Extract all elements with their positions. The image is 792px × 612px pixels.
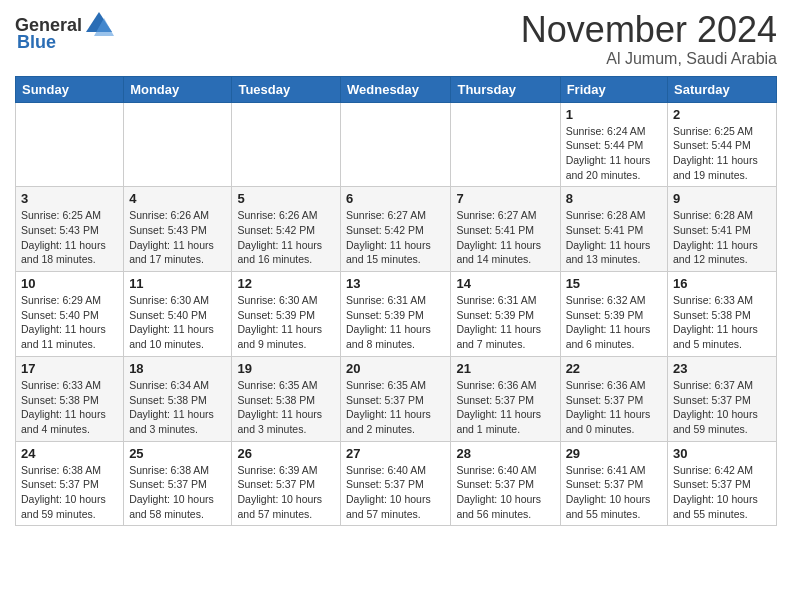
day-number: 25 <box>129 446 226 461</box>
day-number: 11 <box>129 276 226 291</box>
day-cell: 24Sunrise: 6:38 AM Sunset: 5:37 PM Dayli… <box>16 441 124 526</box>
day-cell: 18Sunrise: 6:34 AM Sunset: 5:38 PM Dayli… <box>124 356 232 441</box>
day-cell: 19Sunrise: 6:35 AM Sunset: 5:38 PM Dayli… <box>232 356 341 441</box>
day-number: 30 <box>673 446 771 461</box>
logo-icon <box>84 10 114 40</box>
day-info: Sunrise: 6:27 AM Sunset: 5:41 PM Dayligh… <box>456 208 554 267</box>
day-info: Sunrise: 6:30 AM Sunset: 5:40 PM Dayligh… <box>129 293 226 352</box>
day-number: 19 <box>237 361 335 376</box>
day-number: 28 <box>456 446 554 461</box>
day-info: Sunrise: 6:26 AM Sunset: 5:43 PM Dayligh… <box>129 208 226 267</box>
header: General Blue November 2024 Al Jumum, Sau… <box>15 10 777 68</box>
weekday-header-saturday: Saturday <box>668 76 777 102</box>
day-info: Sunrise: 6:29 AM Sunset: 5:40 PM Dayligh… <box>21 293 118 352</box>
day-info: Sunrise: 6:25 AM Sunset: 5:43 PM Dayligh… <box>21 208 118 267</box>
day-cell: 11Sunrise: 6:30 AM Sunset: 5:40 PM Dayli… <box>124 272 232 357</box>
day-info: Sunrise: 6:24 AM Sunset: 5:44 PM Dayligh… <box>566 124 662 183</box>
week-row-4: 24Sunrise: 6:38 AM Sunset: 5:37 PM Dayli… <box>16 441 777 526</box>
day-info: Sunrise: 6:26 AM Sunset: 5:42 PM Dayligh… <box>237 208 335 267</box>
title-area: November 2024 Al Jumum, Saudi Arabia <box>521 10 777 68</box>
day-info: Sunrise: 6:25 AM Sunset: 5:44 PM Dayligh… <box>673 124 771 183</box>
day-cell: 9Sunrise: 6:28 AM Sunset: 5:41 PM Daylig… <box>668 187 777 272</box>
day-cell: 5Sunrise: 6:26 AM Sunset: 5:42 PM Daylig… <box>232 187 341 272</box>
weekday-header-row: SundayMondayTuesdayWednesdayThursdayFrid… <box>16 76 777 102</box>
weekday-header-friday: Friday <box>560 76 667 102</box>
day-number: 16 <box>673 276 771 291</box>
weekday-header-wednesday: Wednesday <box>341 76 451 102</box>
day-info: Sunrise: 6:35 AM Sunset: 5:37 PM Dayligh… <box>346 378 445 437</box>
day-info: Sunrise: 6:31 AM Sunset: 5:39 PM Dayligh… <box>346 293 445 352</box>
day-info: Sunrise: 6:27 AM Sunset: 5:42 PM Dayligh… <box>346 208 445 267</box>
day-info: Sunrise: 6:28 AM Sunset: 5:41 PM Dayligh… <box>566 208 662 267</box>
calendar: SundayMondayTuesdayWednesdayThursdayFrid… <box>15 76 777 527</box>
day-cell: 7Sunrise: 6:27 AM Sunset: 5:41 PM Daylig… <box>451 187 560 272</box>
day-number: 5 <box>237 191 335 206</box>
day-number: 23 <box>673 361 771 376</box>
day-number: 8 <box>566 191 662 206</box>
weekday-header-monday: Monday <box>124 76 232 102</box>
logo-area: General Blue <box>15 10 114 53</box>
location-title: Al Jumum, Saudi Arabia <box>521 50 777 68</box>
day-info: Sunrise: 6:40 AM Sunset: 5:37 PM Dayligh… <box>346 463 445 522</box>
day-cell: 23Sunrise: 6:37 AM Sunset: 5:37 PM Dayli… <box>668 356 777 441</box>
day-number: 17 <box>21 361 118 376</box>
day-info: Sunrise: 6:37 AM Sunset: 5:37 PM Dayligh… <box>673 378 771 437</box>
day-number: 21 <box>456 361 554 376</box>
day-info: Sunrise: 6:41 AM Sunset: 5:37 PM Dayligh… <box>566 463 662 522</box>
day-cell <box>16 102 124 187</box>
day-number: 26 <box>237 446 335 461</box>
day-cell: 14Sunrise: 6:31 AM Sunset: 5:39 PM Dayli… <box>451 272 560 357</box>
day-cell: 13Sunrise: 6:31 AM Sunset: 5:39 PM Dayli… <box>341 272 451 357</box>
weekday-header-thursday: Thursday <box>451 76 560 102</box>
day-cell: 30Sunrise: 6:42 AM Sunset: 5:37 PM Dayli… <box>668 441 777 526</box>
day-number: 14 <box>456 276 554 291</box>
day-number: 29 <box>566 446 662 461</box>
week-row-0: 1Sunrise: 6:24 AM Sunset: 5:44 PM Daylig… <box>16 102 777 187</box>
day-number: 15 <box>566 276 662 291</box>
day-cell: 6Sunrise: 6:27 AM Sunset: 5:42 PM Daylig… <box>341 187 451 272</box>
day-number: 13 <box>346 276 445 291</box>
day-info: Sunrise: 6:30 AM Sunset: 5:39 PM Dayligh… <box>237 293 335 352</box>
day-cell <box>124 102 232 187</box>
day-cell <box>341 102 451 187</box>
day-number: 2 <box>673 107 771 122</box>
day-number: 27 <box>346 446 445 461</box>
page: General Blue November 2024 Al Jumum, Sau… <box>0 0 792 541</box>
weekday-header-tuesday: Tuesday <box>232 76 341 102</box>
day-number: 10 <box>21 276 118 291</box>
day-cell: 26Sunrise: 6:39 AM Sunset: 5:37 PM Dayli… <box>232 441 341 526</box>
day-cell: 20Sunrise: 6:35 AM Sunset: 5:37 PM Dayli… <box>341 356 451 441</box>
day-info: Sunrise: 6:38 AM Sunset: 5:37 PM Dayligh… <box>129 463 226 522</box>
day-cell: 15Sunrise: 6:32 AM Sunset: 5:39 PM Dayli… <box>560 272 667 357</box>
day-number: 4 <box>129 191 226 206</box>
week-row-2: 10Sunrise: 6:29 AM Sunset: 5:40 PM Dayli… <box>16 272 777 357</box>
day-cell <box>451 102 560 187</box>
day-info: Sunrise: 6:35 AM Sunset: 5:38 PM Dayligh… <box>237 378 335 437</box>
day-cell: 12Sunrise: 6:30 AM Sunset: 5:39 PM Dayli… <box>232 272 341 357</box>
day-cell: 22Sunrise: 6:36 AM Sunset: 5:37 PM Dayli… <box>560 356 667 441</box>
day-cell: 10Sunrise: 6:29 AM Sunset: 5:40 PM Dayli… <box>16 272 124 357</box>
day-number: 6 <box>346 191 445 206</box>
day-cell: 25Sunrise: 6:38 AM Sunset: 5:37 PM Dayli… <box>124 441 232 526</box>
day-number: 1 <box>566 107 662 122</box>
day-info: Sunrise: 6:40 AM Sunset: 5:37 PM Dayligh… <box>456 463 554 522</box>
day-cell: 3Sunrise: 6:25 AM Sunset: 5:43 PM Daylig… <box>16 187 124 272</box>
day-info: Sunrise: 6:36 AM Sunset: 5:37 PM Dayligh… <box>456 378 554 437</box>
day-cell: 28Sunrise: 6:40 AM Sunset: 5:37 PM Dayli… <box>451 441 560 526</box>
day-info: Sunrise: 6:32 AM Sunset: 5:39 PM Dayligh… <box>566 293 662 352</box>
day-number: 3 <box>21 191 118 206</box>
day-info: Sunrise: 6:34 AM Sunset: 5:38 PM Dayligh… <box>129 378 226 437</box>
day-number: 18 <box>129 361 226 376</box>
day-info: Sunrise: 6:28 AM Sunset: 5:41 PM Dayligh… <box>673 208 771 267</box>
day-cell <box>232 102 341 187</box>
logo-blue: Blue <box>17 32 56 53</box>
week-row-3: 17Sunrise: 6:33 AM Sunset: 5:38 PM Dayli… <box>16 356 777 441</box>
day-cell: 27Sunrise: 6:40 AM Sunset: 5:37 PM Dayli… <box>341 441 451 526</box>
day-number: 20 <box>346 361 445 376</box>
day-info: Sunrise: 6:38 AM Sunset: 5:37 PM Dayligh… <box>21 463 118 522</box>
week-row-1: 3Sunrise: 6:25 AM Sunset: 5:43 PM Daylig… <box>16 187 777 272</box>
month-title: November 2024 <box>521 10 777 50</box>
day-info: Sunrise: 6:42 AM Sunset: 5:37 PM Dayligh… <box>673 463 771 522</box>
day-cell: 4Sunrise: 6:26 AM Sunset: 5:43 PM Daylig… <box>124 187 232 272</box>
day-info: Sunrise: 6:33 AM Sunset: 5:38 PM Dayligh… <box>673 293 771 352</box>
